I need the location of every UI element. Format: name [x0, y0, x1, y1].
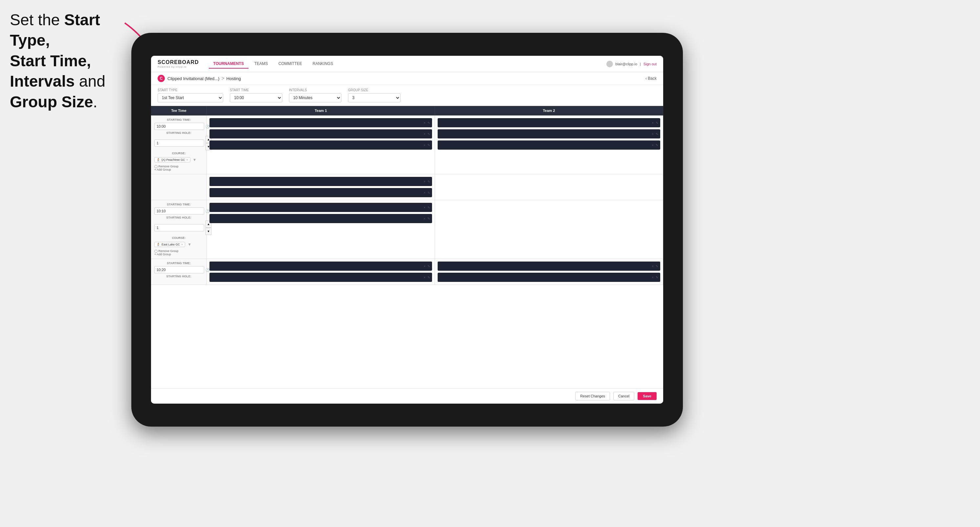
course-label-1: COURSE: — [154, 152, 203, 155]
edit-icon[interactable]: ✎ — [428, 217, 430, 221]
edit-icon[interactable]: ✎ — [428, 180, 430, 183]
edit-icon[interactable]: ✎ — [428, 121, 430, 125]
save-button[interactable]: Save — [638, 392, 657, 400]
table-header: Tee Time Team 1 Team 2 — [151, 106, 663, 116]
starting-time-input-2[interactable] — [154, 207, 204, 214]
edit-icon[interactable]: ✎ — [428, 265, 430, 268]
player-row: × ✎ — [210, 129, 432, 138]
starting-hole-label-1: STARTING HOLE: — [154, 131, 203, 135]
add-group-link-2[interactable]: + Add Group — [154, 253, 203, 256]
remove-group-link-2[interactable]: ◯ Remove Group — [154, 249, 203, 253]
starting-hole-input-1[interactable] — [154, 140, 204, 147]
edit-icon[interactable]: ✎ — [655, 143, 658, 147]
intervals-select[interactable]: 10 Minutes — [289, 93, 342, 102]
edit-icon[interactable]: ✎ — [655, 121, 658, 125]
starting-hole-input-row-1: ▲ ▼ — [154, 136, 203, 150]
nav-tab-tournaments[interactable]: TOURNAMENTS — [209, 59, 248, 68]
add-group-link-1[interactable]: + Add Group — [154, 168, 203, 171]
edit-icon[interactable]: ✎ — [428, 206, 430, 210]
player-row: × ✎ — [438, 262, 660, 271]
col-tee-time: Tee Time — [151, 106, 207, 115]
starting-time-input-row-2: 🕐 — [154, 207, 203, 214]
nav-tab-teams[interactable]: TEAMS — [250, 59, 272, 68]
close-icon[interactable]: × — [423, 143, 425, 147]
close-icon[interactable]: × — [423, 265, 425, 268]
close-icon[interactable]: × — [423, 180, 425, 183]
start-type-select[interactable]: 1st Tee Start — [158, 93, 223, 102]
group-size-field: Group Size 3 — [348, 88, 401, 102]
course-name-1: (A) Peachtree GC — [162, 158, 185, 162]
edit-icon[interactable]: ✎ — [428, 191, 430, 195]
instruction-bold2: Start Time, — [10, 52, 91, 70]
starting-hole-label-3: STARTING HOLE: — [154, 275, 203, 278]
bottom-bar: Reset Changes Cancel Save — [151, 388, 663, 404]
close-icon[interactable]: × — [652, 143, 654, 147]
app-logo: SCOREBOARD Powered by clipp.io — [158, 60, 199, 68]
breadcrumb-tournament[interactable]: Clipped Invitational (Med...) — [167, 76, 219, 81]
tablet-screen: SCOREBOARD Powered by clipp.io TOURNAMEN… — [151, 56, 663, 404]
table-row: STARTING TIME: 🕐 STARTING HOLE: ▲ ▼ — [151, 116, 663, 174]
sign-out-link[interactable]: Sign out — [643, 62, 657, 66]
group-2-left — [151, 174, 207, 200]
close-icon[interactable]: × — [423, 132, 425, 136]
player-row: × ✎ — [438, 118, 660, 127]
tee-content: STARTING TIME: 🕐 STARTING HOLE: ▲ ▼ — [151, 116, 663, 285]
starting-time-label-2: STARTING TIME: — [154, 203, 203, 206]
group-size-select[interactable]: 3 — [348, 93, 401, 102]
edit-icon[interactable]: ✎ — [428, 276, 430, 279]
close-icon[interactable]: × — [423, 217, 425, 221]
reset-button[interactable]: Reset Changes — [575, 392, 610, 400]
group-1-team2: × ✎ × ✎ × ✎ — [435, 116, 663, 174]
course-remove-1[interactable]: × — [186, 158, 188, 162]
close-icon[interactable]: × — [423, 191, 425, 195]
player-row: × ✎ — [210, 140, 432, 150]
edit-icon[interactable]: ✎ — [655, 132, 658, 136]
player-row: × ✎ — [210, 118, 432, 127]
group-2-team1: × ✎ × ✎ — [207, 200, 435, 259]
starting-time-input-3[interactable] — [154, 266, 204, 273]
close-icon[interactable]: × — [423, 276, 425, 279]
player-row: × ✎ — [438, 129, 660, 138]
close-icon[interactable]: × — [423, 206, 425, 210]
close-icon[interactable]: × — [652, 265, 654, 268]
course-remove-2[interactable]: × — [181, 243, 183, 246]
course-icon-1: 🏌 — [157, 158, 160, 162]
course-tag-1: 🏌 (A) Peachtree GC × — [154, 157, 191, 162]
start-type-field: Start Type 1st Tee Start — [158, 88, 223, 102]
course-down-1[interactable]: ▼ — [192, 156, 198, 163]
course-down-2[interactable]: ▼ — [186, 241, 192, 248]
course-row-1: 🏌 (A) Peachtree GC × ▼ — [154, 156, 203, 163]
edit-icon[interactable]: ✎ — [428, 143, 430, 147]
nav-tab-rankings[interactable]: RANKINGS — [308, 59, 338, 68]
edit-icon[interactable]: ✎ — [655, 265, 658, 268]
starting-time-label-1: STARTING TIME: — [154, 118, 203, 121]
course-row-2: 🏌 East Lake GC × ▼ — [154, 241, 203, 248]
nav-tabs: TOURNAMENTS TEAMS COMMITTEE RANKINGS — [209, 59, 606, 68]
instruction-period: . — [93, 93, 97, 111]
remove-group-link-1[interactable]: ◯ Remove Group — [154, 165, 203, 168]
close-icon[interactable]: × — [423, 121, 425, 125]
close-icon[interactable]: × — [652, 276, 654, 279]
starting-hole-input-2[interactable] — [154, 224, 204, 231]
edit-icon[interactable]: ✎ — [428, 132, 430, 136]
instruction-bold3: Intervals — [10, 73, 75, 90]
group-2-team1-extra: × ✎ × ✎ — [207, 174, 435, 200]
start-time-select[interactable]: 10:00 — [230, 93, 282, 102]
group-1-left: STARTING TIME: 🕐 STARTING HOLE: ▲ ▼ — [151, 116, 207, 174]
starting-time-input-1[interactable] — [154, 123, 204, 130]
table-row: STARTING TIME: 🕐 STARTING HOLE: ▲ ▼ — [151, 200, 663, 259]
edit-icon[interactable]: ✎ — [655, 276, 658, 279]
player-row: × ✎ — [210, 188, 432, 197]
group-2-team2 — [435, 200, 663, 259]
nav-tab-committee[interactable]: COMMITTEE — [274, 59, 307, 68]
user-avatar — [606, 61, 613, 67]
close-icon[interactable]: × — [652, 121, 654, 125]
breadcrumb-separator: > — [221, 75, 224, 81]
group-2-left-full: STARTING TIME: 🕐 STARTING HOLE: ▲ ▼ — [151, 200, 207, 259]
nav-bar: SCOREBOARD Powered by clipp.io TOURNAMEN… — [151, 56, 663, 72]
starting-hole-input-row-2: ▲ ▼ — [154, 221, 203, 235]
back-button[interactable]: Back — [646, 76, 657, 81]
close-icon[interactable]: × — [652, 132, 654, 136]
intervals-label: Intervals — [289, 88, 342, 92]
cancel-button[interactable]: Cancel — [613, 392, 634, 400]
